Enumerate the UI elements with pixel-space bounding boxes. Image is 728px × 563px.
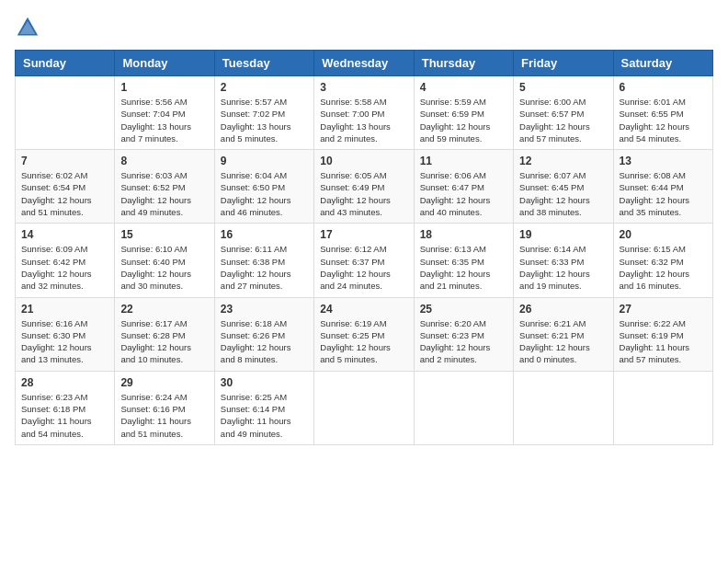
calendar-cell: 6Sunrise: 6:01 AM Sunset: 6:55 PM Daylig… <box>613 76 712 150</box>
day-info: Sunrise: 6:15 AM Sunset: 6:32 PM Dayligh… <box>620 243 707 292</box>
day-number: 1 <box>120 81 208 94</box>
day-info: Sunrise: 6:22 AM Sunset: 6:19 PM Dayligh… <box>620 317 707 366</box>
calendar-cell: 26Sunrise: 6:21 AM Sunset: 6:21 PM Dayli… <box>514 297 613 371</box>
day-number: 14 <box>21 228 108 241</box>
calendar-header-sunday: Sunday <box>16 51 115 76</box>
day-info: Sunrise: 6:04 AM Sunset: 6:50 PM Dayligh… <box>221 169 308 218</box>
calendar-week-2: 7Sunrise: 6:02 AM Sunset: 6:54 PM Daylig… <box>16 150 713 224</box>
day-info: Sunrise: 6:20 AM Sunset: 6:23 PM Dayligh… <box>420 317 507 366</box>
day-info: Sunrise: 6:19 AM Sunset: 6:25 PM Dayligh… <box>320 317 407 366</box>
day-info: Sunrise: 6:11 AM Sunset: 6:38 PM Dayligh… <box>221 243 308 292</box>
calendar-cell <box>414 371 513 444</box>
calendar-cell: 5Sunrise: 6:00 AM Sunset: 6:57 PM Daylig… <box>514 76 613 150</box>
calendar-cell: 8Sunrise: 6:03 AM Sunset: 6:52 PM Daylig… <box>115 150 214 224</box>
calendar: SundayMondayTuesdayWednesdayThursdayFrid… <box>15 50 713 445</box>
day-number: 26 <box>519 303 607 316</box>
day-info: Sunrise: 5:58 AM Sunset: 7:00 PM Dayligh… <box>320 96 407 144</box>
logo <box>15 15 44 40</box>
day-number: 25 <box>420 303 507 316</box>
day-info: Sunrise: 6:08 AM Sunset: 6:44 PM Dayligh… <box>620 169 707 218</box>
day-info: Sunrise: 6:03 AM Sunset: 6:52 PM Dayligh… <box>120 169 208 218</box>
calendar-cell: 25Sunrise: 6:20 AM Sunset: 6:23 PM Dayli… <box>414 297 513 371</box>
calendar-cell: 18Sunrise: 6:13 AM Sunset: 6:35 PM Dayli… <box>414 224 513 297</box>
day-number: 24 <box>320 303 407 316</box>
day-number: 17 <box>320 228 407 241</box>
calendar-week-4: 21Sunrise: 6:16 AM Sunset: 6:30 PM Dayli… <box>16 297 713 371</box>
day-info: Sunrise: 6:02 AM Sunset: 6:54 PM Dayligh… <box>21 169 108 218</box>
day-number: 3 <box>320 81 407 94</box>
day-number: 5 <box>519 81 607 94</box>
day-number: 20 <box>620 228 707 241</box>
day-info: Sunrise: 6:17 AM Sunset: 6:28 PM Dayligh… <box>120 317 208 366</box>
calendar-cell <box>314 371 414 444</box>
calendar-cell: 20Sunrise: 6:15 AM Sunset: 6:32 PM Dayli… <box>613 224 712 297</box>
calendar-header-friday: Friday <box>514 51 613 76</box>
day-number: 13 <box>620 155 707 167</box>
calendar-cell: 28Sunrise: 6:23 AM Sunset: 6:18 PM Dayli… <box>16 371 115 444</box>
day-number: 22 <box>120 303 208 316</box>
day-number: 9 <box>221 155 308 167</box>
day-number: 6 <box>620 81 707 94</box>
day-number: 30 <box>221 376 308 389</box>
calendar-cell: 10Sunrise: 6:05 AM Sunset: 6:49 PM Dayli… <box>314 150 414 224</box>
day-number: 21 <box>21 303 108 316</box>
day-info: Sunrise: 5:57 AM Sunset: 7:02 PM Dayligh… <box>221 96 308 144</box>
day-number: 19 <box>519 228 607 241</box>
calendar-header-thursday: Thursday <box>414 51 513 76</box>
day-info: Sunrise: 6:25 AM Sunset: 6:14 PM Dayligh… <box>221 391 308 440</box>
calendar-cell: 7Sunrise: 6:02 AM Sunset: 6:54 PM Daylig… <box>16 150 115 224</box>
day-info: Sunrise: 6:13 AM Sunset: 6:35 PM Dayligh… <box>420 243 507 292</box>
calendar-cell <box>613 371 712 444</box>
day-number: 27 <box>620 303 707 316</box>
calendar-week-1: 1Sunrise: 5:56 AM Sunset: 7:04 PM Daylig… <box>16 76 713 150</box>
calendar-cell <box>514 371 613 444</box>
calendar-header-saturday: Saturday <box>613 51 712 76</box>
calendar-header-row: SundayMondayTuesdayWednesdayThursdayFrid… <box>16 51 713 76</box>
calendar-week-3: 14Sunrise: 6:09 AM Sunset: 6:42 PM Dayli… <box>16 224 713 297</box>
calendar-cell: 15Sunrise: 6:10 AM Sunset: 6:40 PM Dayli… <box>115 224 214 297</box>
day-info: Sunrise: 6:21 AM Sunset: 6:21 PM Dayligh… <box>519 317 607 366</box>
day-info: Sunrise: 6:00 AM Sunset: 6:57 PM Dayligh… <box>519 96 607 144</box>
calendar-cell: 24Sunrise: 6:19 AM Sunset: 6:25 PM Dayli… <box>314 297 414 371</box>
day-number: 12 <box>519 155 607 167</box>
calendar-cell: 13Sunrise: 6:08 AM Sunset: 6:44 PM Dayli… <box>613 150 712 224</box>
day-info: Sunrise: 6:23 AM Sunset: 6:18 PM Dayligh… <box>21 391 108 440</box>
day-info: Sunrise: 6:07 AM Sunset: 6:45 PM Dayligh… <box>519 169 607 218</box>
calendar-cell: 22Sunrise: 6:17 AM Sunset: 6:28 PM Dayli… <box>115 297 214 371</box>
calendar-cell: 17Sunrise: 6:12 AM Sunset: 6:37 PM Dayli… <box>314 224 414 297</box>
calendar-cell: 9Sunrise: 6:04 AM Sunset: 6:50 PM Daylig… <box>214 150 313 224</box>
calendar-cell: 12Sunrise: 6:07 AM Sunset: 6:45 PM Dayli… <box>514 150 613 224</box>
calendar-header-monday: Monday <box>115 51 214 76</box>
calendar-cell: 16Sunrise: 6:11 AM Sunset: 6:38 PM Dayli… <box>214 224 313 297</box>
calendar-week-5: 28Sunrise: 6:23 AM Sunset: 6:18 PM Dayli… <box>16 371 713 444</box>
day-number: 11 <box>420 155 507 167</box>
day-number: 16 <box>221 228 308 241</box>
calendar-cell <box>16 76 115 150</box>
calendar-cell: 29Sunrise: 6:24 AM Sunset: 6:16 PM Dayli… <box>115 371 214 444</box>
day-info: Sunrise: 6:24 AM Sunset: 6:16 PM Dayligh… <box>120 391 208 440</box>
calendar-cell: 19Sunrise: 6:14 AM Sunset: 6:33 PM Dayli… <box>514 224 613 297</box>
day-number: 23 <box>221 303 308 316</box>
day-info: Sunrise: 6:14 AM Sunset: 6:33 PM Dayligh… <box>519 243 607 292</box>
day-number: 4 <box>420 81 507 94</box>
day-info: Sunrise: 6:05 AM Sunset: 6:49 PM Dayligh… <box>320 169 407 218</box>
day-info: Sunrise: 5:56 AM Sunset: 7:04 PM Dayligh… <box>120 96 208 144</box>
logo-icon <box>15 15 40 40</box>
day-number: 10 <box>320 155 407 167</box>
day-number: 15 <box>120 228 208 241</box>
calendar-cell: 2Sunrise: 5:57 AM Sunset: 7:02 PM Daylig… <box>214 76 313 150</box>
day-info: Sunrise: 6:01 AM Sunset: 6:55 PM Dayligh… <box>620 96 707 144</box>
day-info: Sunrise: 6:10 AM Sunset: 6:40 PM Dayligh… <box>120 243 208 292</box>
calendar-cell: 1Sunrise: 5:56 AM Sunset: 7:04 PM Daylig… <box>115 76 214 150</box>
day-info: Sunrise: 6:12 AM Sunset: 6:37 PM Dayligh… <box>320 243 407 292</box>
day-number: 7 <box>21 155 108 167</box>
calendar-header-tuesday: Tuesday <box>214 51 313 76</box>
calendar-cell: 3Sunrise: 5:58 AM Sunset: 7:00 PM Daylig… <box>314 76 414 150</box>
day-number: 29 <box>120 376 208 389</box>
day-number: 2 <box>221 81 308 94</box>
calendar-cell: 4Sunrise: 5:59 AM Sunset: 6:59 PM Daylig… <box>414 76 513 150</box>
calendar-cell: 11Sunrise: 6:06 AM Sunset: 6:47 PM Dayli… <box>414 150 513 224</box>
page-header <box>15 15 713 40</box>
day-info: Sunrise: 6:09 AM Sunset: 6:42 PM Dayligh… <box>21 243 108 292</box>
day-info: Sunrise: 6:16 AM Sunset: 6:30 PM Dayligh… <box>21 317 108 366</box>
